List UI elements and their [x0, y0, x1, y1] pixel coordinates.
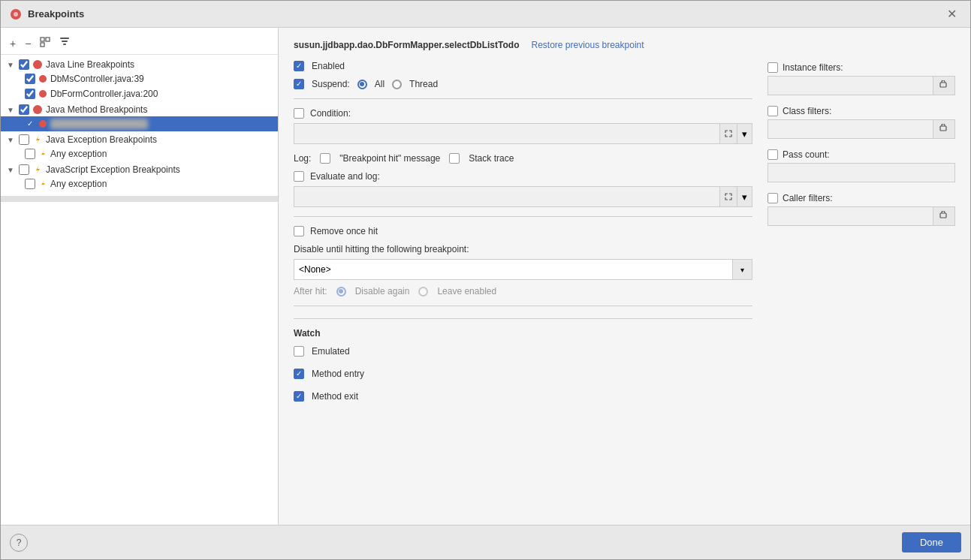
caller-filters-browse-btn[interactable] [933, 207, 954, 225]
done-button[interactable]: Done [902, 532, 961, 552]
after-hit-label: After hit: [294, 286, 327, 297]
class-filters-browse-btn[interactable] [933, 120, 954, 138]
bolt-icon-any-exc-1 [38, 149, 47, 158]
pass-count-input[interactable] [768, 164, 954, 182]
remove-once-row: Remove once hit [294, 226, 752, 236]
instance-filters-checkbox[interactable] [767, 62, 778, 73]
tree-item-dbformmapper[interactable]: ...DbFormMapper [1, 116, 278, 131]
caller-filters-input[interactable] [768, 207, 933, 225]
leave-enabled-radio[interactable] [418, 287, 428, 297]
evaluate-label: Evaluate and log: [310, 171, 380, 182]
dbform-label: DbFormController.java:200 [50, 89, 158, 99]
checkbox-js-exception[interactable] [19, 164, 29, 175]
checkbox-any-exception-2[interactable] [25, 179, 35, 189]
right-filters: Instance filters: [767, 61, 955, 409]
svg-rect-5 [60, 38, 69, 39]
browse-icon-2 [939, 124, 948, 133]
instance-filters-input[interactable] [768, 77, 933, 95]
left-scrollbar[interactable] [1, 196, 278, 202]
tree-group-header-java-method[interactable]: ▼ Java Method Breakpoints [1, 103, 278, 116]
pass-count-checkbox[interactable] [767, 149, 778, 160]
emulated-row: Emulated [294, 346, 752, 357]
svg-point-11 [33, 105, 42, 114]
caller-filters-label-row: Caller filters: [767, 193, 955, 203]
tree-group-header-java-exception[interactable]: ▼ Java Exception Breakpoints [1, 133, 278, 146]
filter-button[interactable] [56, 35, 73, 51]
pass-count-label: Pass count: [783, 149, 830, 160]
disable-select[interactable]: <None> [294, 260, 732, 279]
remove-once-checkbox[interactable] [294, 226, 304, 236]
caller-filters-checkbox[interactable] [767, 193, 778, 203]
disable-select-arrow[interactable]: ▾ [732, 260, 752, 279]
condition-expand-btn[interactable] [719, 124, 737, 143]
emulated-checkbox[interactable] [294, 346, 304, 357]
bolt-icon-any-exc-2 [38, 179, 47, 188]
class-filters-input[interactable] [768, 120, 933, 138]
evaluate-checkbox[interactable] [294, 171, 304, 182]
svg-marker-13 [36, 135, 40, 144]
evaluate-expand-btn[interactable] [719, 187, 737, 206]
method-entry-checkbox[interactable] [294, 369, 304, 379]
dbformmapper-label: ...DbFormMapper [50, 119, 148, 129]
stack-trace-checkbox[interactable] [449, 153, 460, 164]
bp-hit-checkbox[interactable] [320, 153, 330, 164]
restore-link[interactable]: Restore previous breakpoint [531, 40, 644, 50]
svg-rect-3 [46, 38, 50, 41]
enabled-checkbox[interactable] [294, 61, 304, 71]
tree-group-header-java-line[interactable]: ▼ Java Line Breakpoints [1, 58, 278, 71]
tree-item-dbms[interactable]: DbMsController.java:39 [1, 71, 278, 86]
browse-icon-3 [939, 211, 948, 220]
red-circle-icon-java-method [32, 104, 43, 115]
remove-button[interactable]: − [22, 36, 34, 51]
method-exit-checkbox[interactable] [294, 391, 304, 402]
all-radio[interactable] [357, 80, 367, 89]
thread-radio[interactable] [392, 80, 402, 89]
log-label: Log: [294, 153, 311, 164]
expand-java-method: ▼ [7, 106, 16, 114]
evaluate-dropdown-btn[interactable]: ▾ [737, 187, 752, 206]
content-area: + − [1, 28, 970, 525]
checkbox-dbms[interactable] [25, 74, 35, 84]
condition-checkbox[interactable] [294, 108, 304, 119]
evaluate-input[interactable] [294, 187, 719, 206]
condition-input[interactable] [294, 124, 719, 143]
tree-item-any-exception-1[interactable]: Any exception [1, 146, 278, 161]
disable-again-radio[interactable] [336, 287, 346, 297]
class-filters-checkbox[interactable] [767, 106, 778, 116]
caller-filters-section: Caller filters: [767, 193, 955, 226]
add-button[interactable]: + [7, 36, 19, 51]
tree-group-header-js-exception[interactable]: ▼ JavaScript Exception Breakpoints [1, 163, 278, 176]
checkbox-java-line[interactable] [19, 59, 29, 70]
bp-path: susun.jjdbapp.dao.DbFormMapper.selectDbL… [294, 40, 519, 50]
red-circle-icon-dbms [38, 74, 47, 83]
svg-rect-19 [940, 213, 946, 218]
checkbox-dbform[interactable] [25, 89, 35, 99]
enabled-label: Enabled [312, 61, 345, 71]
class-filters-section: Class filters: [767, 106, 955, 139]
checkbox-java-method[interactable] [19, 104, 29, 115]
instance-filters-browse-btn[interactable] [933, 77, 954, 95]
right-panel: susun.jjdbapp.dao.DbFormMapper.selectDbL… [279, 28, 970, 525]
close-button[interactable]: ✕ [942, 5, 961, 23]
suspend-checkbox[interactable] [294, 79, 304, 89]
tree-item-any-exception-2[interactable]: Any exception [1, 176, 278, 191]
red-circle-icon-dbformmapper [38, 119, 47, 128]
checkbox-java-exception[interactable] [19, 134, 29, 145]
svg-rect-17 [940, 83, 946, 87]
suspend-label: Suspend: [312, 79, 350, 89]
main-options: Enabled Suspend: All Thread [294, 61, 752, 409]
group-button[interactable] [37, 35, 53, 51]
svg-point-10 [39, 90, 47, 98]
thread-label: Thread [409, 79, 438, 89]
svg-point-1 [14, 12, 18, 17]
emulated-label: Emulated [312, 346, 350, 357]
checkbox-any-exception-1[interactable] [25, 149, 35, 159]
tree-group-java-line: ▼ Java Line Breakpoints DbMsControl [1, 58, 278, 101]
svg-rect-18 [940, 126, 946, 131]
help-button[interactable]: ? [10, 534, 28, 552]
condition-dropdown-btn[interactable]: ▾ [737, 124, 752, 143]
svg-point-8 [33, 60, 42, 69]
remove-once-label: Remove once hit [310, 226, 378, 236]
class-filters-input-row [767, 119, 955, 139]
tree-item-dbform[interactable]: DbFormController.java:200 [1, 86, 278, 101]
